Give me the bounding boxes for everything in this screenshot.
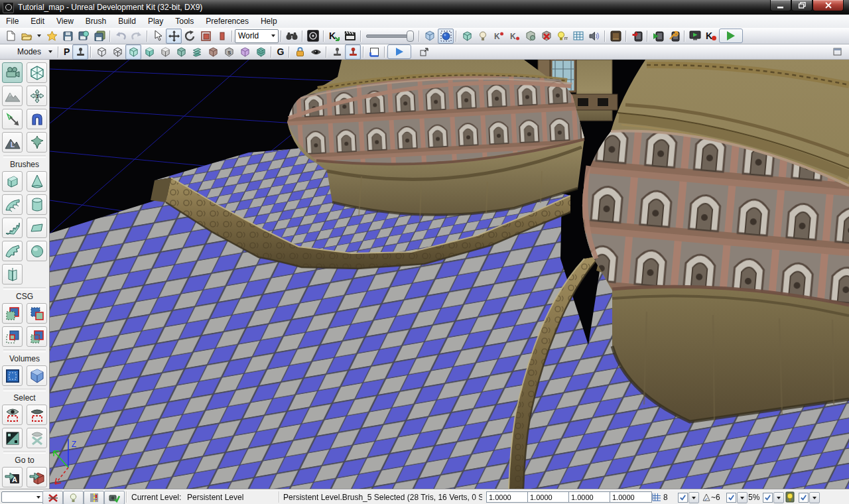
- camera-mode-button[interactable]: [2, 62, 23, 83]
- drawscale-y-field[interactable]: [527, 491, 570, 503]
- csg-deintersect-button[interactable]: [27, 326, 47, 347]
- mobile-settings-button[interactable]: [666, 29, 682, 44]
- cut-disabled-button[interactable]: [42, 491, 63, 504]
- favorites-star-icon[interactable]: [44, 29, 60, 44]
- static-mesh-mode-button[interactable]: [27, 109, 47, 129]
- grid-screen-icon[interactable]: [570, 29, 586, 44]
- socket-manager-button[interactable]: [72, 44, 88, 60]
- csg-subtract-button[interactable]: [27, 303, 47, 324]
- lock-selection-button[interactable]: [292, 44, 308, 60]
- play-level-button[interactable]: [719, 29, 743, 43]
- hide-selected-button[interactable]: [27, 405, 47, 425]
- lighting-quality-button[interactable]: [63, 491, 84, 504]
- cylinder-brush-button[interactable]: [27, 194, 47, 215]
- terrain-mode-button[interactable]: [2, 86, 23, 106]
- viewmode-lightingonly-button[interactable]: [173, 44, 189, 60]
- status-combo[interactable]: [1, 491, 44, 503]
- new-level-button[interactable]: [3, 29, 19, 44]
- menu-view[interactable]: View: [50, 15, 80, 28]
- show-selected-button[interactable]: [2, 405, 23, 425]
- dock-toolbar-icon[interactable]: [829, 44, 845, 60]
- save-button[interactable]: [60, 29, 76, 44]
- search-binoculars-icon[interactable]: [284, 29, 300, 44]
- volumetric-brush-button[interactable]: [2, 264, 23, 284]
- open-recent-dropdown[interactable]: [34, 29, 44, 44]
- visibility-eye-icon[interactable]: [308, 44, 324, 60]
- cube-brush-button[interactable]: [2, 171, 23, 192]
- viewmode-brushwireframe-button[interactable]: [109, 44, 125, 60]
- perspective-p-label[interactable]: P: [64, 46, 70, 57]
- lightmass-bulb-icon[interactable]: m: [555, 29, 570, 44]
- csg-intersect-button[interactable]: [2, 326, 23, 347]
- add-volume-button[interactable]: [2, 365, 23, 386]
- menu-edit[interactable]: Edit: [25, 15, 50, 28]
- disallow-translucent-button[interactable]: [329, 44, 345, 60]
- geometry-edit-mode-button[interactable]: [2, 109, 23, 129]
- linear-staircase-brush-button[interactable]: [2, 218, 23, 238]
- viewmode-meshedges-button[interactable]: S: [221, 44, 237, 60]
- viewmode-lightcomplexity-button[interactable]: [237, 44, 253, 60]
- viewmode-lightmapdensity-button[interactable]: [253, 44, 269, 60]
- prefab-cube-icon[interactable]: [523, 29, 539, 44]
- volume-cube-button[interactable]: [27, 365, 47, 386]
- texture-align-mode-button[interactable]: T: [27, 86, 47, 106]
- scale-snap-dropdown[interactable]: [773, 492, 784, 503]
- invert-selection-button[interactable]: [2, 428, 23, 448]
- game-view-g-label[interactable]: G: [277, 46, 284, 57]
- csg-add-button[interactable]: [2, 303, 23, 324]
- menu-preferences[interactable]: Preferences: [200, 15, 255, 28]
- menu-file[interactable]: File: [0, 15, 25, 28]
- brush-wireframe-cube-icon[interactable]: [422, 29, 438, 44]
- sound-speaker-icon[interactable]: [586, 29, 602, 44]
- rotate-tool-button[interactable]: [182, 29, 198, 44]
- close-button[interactable]: [813, 0, 844, 11]
- matinee-button[interactable]: [342, 29, 358, 44]
- sphere-brush-button[interactable]: [27, 241, 47, 261]
- spiral-staircase-brush-button[interactable]: [2, 241, 23, 261]
- viewmode-lit-button[interactable]: [141, 44, 157, 60]
- cone-brush-button[interactable]: [27, 171, 47, 192]
- scale-nonuniform-tool-button[interactable]: [214, 29, 229, 44]
- select-tool-button[interactable]: [150, 29, 166, 44]
- menu-brush[interactable]: Brush: [80, 15, 112, 28]
- drag-grid-dropdown[interactable]: [688, 492, 699, 503]
- drag-grid-checkbox[interactable]: [678, 493, 688, 503]
- drawscale-z-field[interactable]: [568, 491, 611, 503]
- drawscale-x-field[interactable]: [486, 491, 529, 503]
- goto-builder-brush-button[interactable]: [27, 467, 47, 487]
- selection-highlight-toggle[interactable]: [438, 29, 454, 44]
- translate-tool-button[interactable]: [166, 29, 182, 44]
- viewmode-shadercomplexity-button[interactable]: [205, 44, 221, 60]
- rotation-grid-checkbox[interactable]: [726, 493, 736, 503]
- play-on-device-button[interactable]: [650, 29, 666, 44]
- goto-actor-button[interactable]: A: [2, 467, 23, 487]
- viewport-ok-button[interactable]: [104, 491, 125, 504]
- build-all-button[interactable]: [608, 29, 623, 44]
- viewmode-detaillighting-button[interactable]: [157, 44, 173, 60]
- camera-speed-slider[interactable]: [366, 30, 414, 42]
- menu-tools[interactable]: Tools: [169, 15, 200, 28]
- landscape-mode-button[interactable]: L: [2, 132, 23, 153]
- minimize-button[interactable]: [770, 0, 791, 11]
- foliage-mode-button[interactable]: [27, 132, 47, 153]
- drawscale-field[interactable]: [610, 491, 652, 503]
- rotation-grid-dropdown[interactable]: [737, 492, 748, 503]
- viewmode-wireframe-button[interactable]: [94, 44, 109, 60]
- viewmode-texturedensity-button[interactable]: [189, 44, 205, 60]
- redo-button[interactable]: [129, 29, 145, 44]
- path-tool-icon-1[interactable]: K: [491, 29, 507, 44]
- menu-build[interactable]: Build: [112, 15, 142, 28]
- undo-button[interactable]: [113, 29, 129, 44]
- autosave-checkbox[interactable]: [799, 493, 809, 503]
- menu-help[interactable]: Help: [255, 15, 283, 28]
- realtime-preview-joystick-button[interactable]: [345, 44, 361, 60]
- world-space-dropdown[interactable]: World: [235, 29, 279, 43]
- open-level-button[interactable]: [19, 29, 34, 44]
- autosave-dropdown[interactable]: [809, 492, 820, 503]
- content-browser-udk-icon[interactable]: [305, 29, 321, 44]
- curved-staircase-brush-button[interactable]: [2, 194, 23, 215]
- geometry-mode-button[interactable]: [27, 62, 47, 83]
- remove-cube-icon[interactable]: [539, 29, 555, 44]
- paths-status-button[interactable]: [84, 491, 104, 504]
- kismet-debug-button[interactable]: K: [703, 29, 719, 44]
